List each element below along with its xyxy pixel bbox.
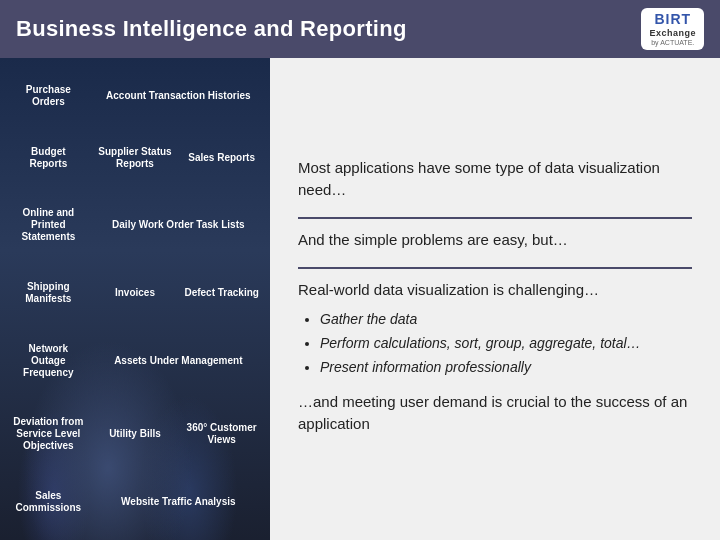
bullet-gather-data: Gather the data	[320, 310, 692, 330]
label-account-transaction-histories: Account Transaction Histories	[93, 66, 264, 126]
label-invoices: Invoices	[93, 263, 178, 323]
exchange-text: Exchange	[649, 28, 696, 39]
label-shipping-manifests: Shipping Manifests	[6, 263, 91, 323]
label-defect-tracking: Defect Tracking	[179, 263, 264, 323]
paragraph-visualization-need: Most applications have some type of data…	[298, 157, 692, 201]
label-sales-reports: Sales Reports	[179, 128, 264, 188]
labels-grid: Purchase Orders Account Transaction Hist…	[0, 58, 270, 540]
label-supplier-status-reports: Supplier Status Reports	[93, 128, 178, 188]
birt-text: BIRT	[654, 11, 691, 28]
label-utility-bills: Utility Bills	[93, 399, 178, 471]
label-360-customer-views: 360° Customer Views	[179, 399, 264, 471]
separator-1	[298, 217, 692, 219]
separator-2	[298, 267, 692, 269]
header: Business Intelligence and Reporting BIRT…	[0, 0, 720, 58]
label-network-outage-frequency: Network Outage Frequency	[6, 325, 91, 397]
page-title: Business Intelligence and Reporting	[16, 16, 407, 42]
paragraph-user-demand: …and meeting user demand is crucial to t…	[298, 391, 692, 435]
bullet-present-info: Present information professionally	[320, 358, 692, 378]
label-purchase-orders: Purchase Orders	[6, 66, 91, 126]
label-deviation-service-level: Deviation from Service Level Objectives	[6, 399, 91, 471]
label-sales-commissions: Sales Commissions	[6, 472, 91, 532]
page-wrapper: Business Intelligence and Reporting BIRT…	[0, 0, 720, 540]
birt-logo: BIRT Exchange by ACTUATE.	[641, 8, 704, 50]
label-website-traffic-analysis: Website Traffic Analysis	[93, 472, 264, 532]
paragraph-challenging: Real-world data visualization is challen…	[298, 279, 692, 301]
main-content: Purchase Orders Account Transaction Hist…	[0, 58, 720, 540]
right-panel: Most applications have some type of data…	[270, 58, 720, 540]
paragraph-simple-problems: And the simple problems are easy, but…	[298, 229, 692, 251]
label-budget-reports: Budget Reports	[6, 128, 91, 188]
left-panel: Purchase Orders Account Transaction Hist…	[0, 58, 270, 540]
bullet-calculations: Perform calculations, sort, group, aggre…	[320, 334, 692, 354]
label-assets-under-management: Assets Under Management	[93, 325, 264, 397]
actuate-text: by ACTUATE.	[651, 39, 694, 47]
label-daily-work-order-task-lists: Daily Work Order Task Lists	[93, 189, 264, 261]
label-online-printed-statements: Online and Printed Statements	[6, 189, 91, 261]
bullet-list: Gather the data Perform calculations, so…	[298, 310, 692, 381]
